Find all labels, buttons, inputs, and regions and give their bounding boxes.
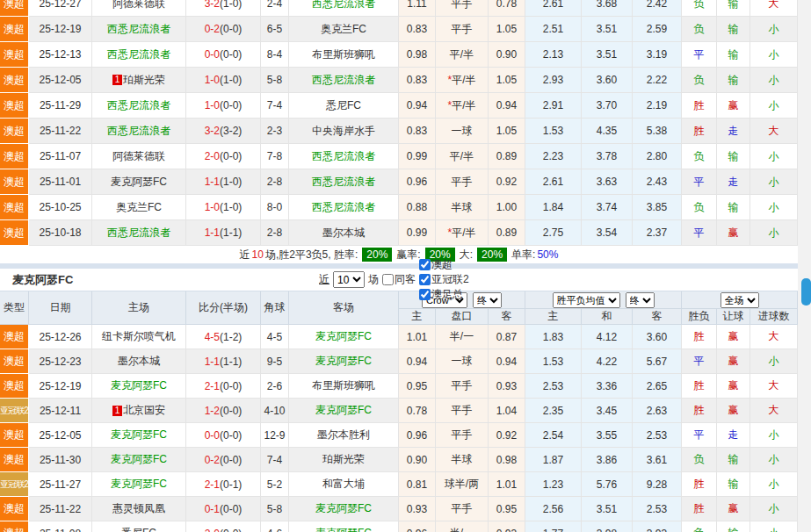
euro-avg-select[interactable]: 胜平负均值 xyxy=(553,292,620,308)
euro-final-select[interactable]: 终 xyxy=(626,292,655,308)
result-handicap: 赢 xyxy=(717,497,750,521)
home-team-cell: 墨尔本城 xyxy=(92,349,186,374)
match-row: 澳超25-11-22西悉尼流浪者3-2(3-2)2-3中央海岸水手0.83一球1… xyxy=(0,119,798,144)
corner-cell: 5-2 xyxy=(261,472,289,497)
away-team-cell: 珀斯光荣 xyxy=(289,448,399,472)
away-team-cell: 西悉尼流浪者 xyxy=(289,68,399,93)
home-team-cell: 麦克阿瑟FC xyxy=(92,169,186,195)
league-checkbox[interactable] xyxy=(419,274,431,285)
result-goals: 小 xyxy=(750,423,798,448)
league-badge: 澳超 xyxy=(0,144,29,169)
asian-home-odds: 1.01 xyxy=(399,325,436,349)
team-name: 阿德莱德联 xyxy=(112,0,165,11)
home-team-cell: 奥克兰FC xyxy=(92,195,186,220)
euro-home-odds: 2.61 xyxy=(525,0,582,17)
asian-away-odds: 0.89 xyxy=(489,144,525,169)
corner-cell: 2-8 xyxy=(261,169,289,195)
team-name: 西悉尼流浪者 xyxy=(312,175,375,190)
home-team-cell: 麦克阿瑟FC xyxy=(92,472,186,497)
score-cell: 2-0(0-0) xyxy=(186,144,261,169)
result-wdl: 平 xyxy=(682,169,717,195)
column-header-1: 日期 xyxy=(29,291,92,325)
asian-away-odds: 0.95 xyxy=(489,497,525,521)
scrollbar-thumb[interactable] xyxy=(801,278,811,306)
league-filter-澳超[interactable]: 澳超 xyxy=(419,257,469,272)
rank-badge: 1 xyxy=(112,406,122,416)
recent-link[interactable]: 近 xyxy=(319,272,329,287)
away-team-cell: 麦克阿瑟FC xyxy=(289,325,399,349)
team-name: 麦克阿瑟FC xyxy=(111,175,167,190)
asian-away-odds: 0.90 xyxy=(489,42,525,68)
match-row: 澳超25-11-08悉尼FC2-0(0-0)4-6麦克阿瑟FC0.96半/一0.… xyxy=(0,521,798,532)
same-away-checkbox-label[interactable]: 同客 xyxy=(382,272,416,287)
home-team-cell: 西悉尼流浪者 xyxy=(92,220,186,246)
result-goals: 大 xyxy=(750,325,798,349)
score-cell: 0-0(0-0) xyxy=(186,42,261,68)
scrollbar-track[interactable] xyxy=(798,0,811,532)
corner-cell: 5-8 xyxy=(261,497,289,521)
corner-cell: 4-6 xyxy=(261,521,289,532)
match-count-select[interactable]: 10 xyxy=(333,271,365,288)
team-name: 墨尔本胜利 xyxy=(317,428,370,442)
result-handicap: 走 xyxy=(717,169,750,195)
match-row: 澳超25-10-25奥克兰FC1-0(1-0)8-0西悉尼流浪者0.88半球1.… xyxy=(0,195,798,220)
handicap-cell: 球半/两 xyxy=(436,472,489,497)
handicap-cell: 一球 xyxy=(436,119,489,144)
asian-final-select[interactable]: 终 xyxy=(473,292,502,308)
league-checkbox[interactable] xyxy=(419,289,431,300)
match-row: 澳超25-12-05麦克阿瑟FC0-0(0-0)12-9墨尔本胜利0.96平手0… xyxy=(0,423,798,448)
result-handicap: 走 xyxy=(717,423,750,448)
euro-draw-odds: 3.45 xyxy=(582,399,633,423)
match-row: 澳超25-11-22惠灵顿凤凰0-1(0-0)5-8麦克阿瑟FC0.93平手0.… xyxy=(0,497,798,521)
section-title: 麦克阿瑟FC xyxy=(12,272,73,288)
halftime-score: (0-0) xyxy=(220,99,242,111)
score-cell: 4-5(1-2) xyxy=(186,325,261,349)
summary-text: 近 xyxy=(240,248,250,262)
asian-away-odds: 0.94 xyxy=(489,349,525,374)
handicap-cell: 平手 xyxy=(436,399,489,423)
result-handicap: 输 xyxy=(717,472,750,497)
handicap-cell: 平手 xyxy=(436,497,489,521)
header-select-group: 胜平负均值终 xyxy=(525,291,682,309)
away-team-cell: 悉尼FC xyxy=(289,93,399,119)
fulltime-score: 1-2 xyxy=(205,405,220,417)
result-handicap: 输 xyxy=(717,0,750,17)
away-team-cell: 西悉尼流浪者 xyxy=(289,0,399,17)
league-filter-澳足总[interactable]: 澳足总 xyxy=(419,287,469,302)
league-checkbox[interactable] xyxy=(419,259,431,270)
match-row: 澳超25-11-07阿德莱德联2-0(0-0)7-8西悉尼流浪者0.99平/半0… xyxy=(0,144,798,169)
halftime-score: (0-0) xyxy=(220,405,242,417)
corner-cell: 2-6 xyxy=(261,374,289,399)
euro-home-odds: 2.13 xyxy=(525,42,582,68)
match-date: 25-12-23 xyxy=(29,349,92,374)
result-handicap: 输 xyxy=(717,68,750,93)
home-team-cell: 阿德莱德联 xyxy=(92,0,186,17)
asian-home-odds: 0.90 xyxy=(399,448,436,472)
result-goals: 小 xyxy=(750,521,798,532)
euro-away-odds: 3.61 xyxy=(633,448,682,472)
match-date: 25-12-05 xyxy=(29,423,92,448)
league-filter-亚冠联2[interactable]: 亚冠联2 xyxy=(419,272,469,287)
match-row: 澳超25-12-051珀斯光荣1-0(1-0)5-8西悉尼流浪者0.83*平/半… xyxy=(0,68,798,93)
euro-home-odds: 2.51 xyxy=(525,17,582,42)
asian-away-odds: 0.89 xyxy=(489,220,525,246)
home-team-cell: 西悉尼流浪者 xyxy=(92,119,186,144)
same-away-checkbox[interactable] xyxy=(382,274,394,285)
column-header-4: 角球 xyxy=(261,291,289,325)
euro-away-odds: 9.28 xyxy=(633,472,682,497)
away-team-cell: 墨尔本胜利 xyxy=(289,423,399,448)
euro-home-odds: 2.23 xyxy=(525,144,582,169)
corner-cell: 8-0 xyxy=(261,195,289,220)
home-team-cell: 1珀斯光荣 xyxy=(92,68,186,93)
sub-column-header-8: 进球数 xyxy=(750,309,798,325)
scope-select[interactable]: 全场 xyxy=(720,292,759,308)
euro-home-odds: 1.83 xyxy=(525,325,582,349)
euro-away-odds: 2.43 xyxy=(633,169,682,195)
home-team-cell: 麦克阿瑟FC xyxy=(92,374,186,399)
match-date: 25-11-08 xyxy=(29,521,92,532)
halftime-score: (0-0) xyxy=(220,380,242,392)
halftime-score: (1-0) xyxy=(220,176,242,188)
result-wdl: 负 xyxy=(682,144,717,169)
league-filter-group: 澳超亚冠联2澳足总 xyxy=(419,257,469,302)
league-badge: 澳超 xyxy=(0,93,29,119)
